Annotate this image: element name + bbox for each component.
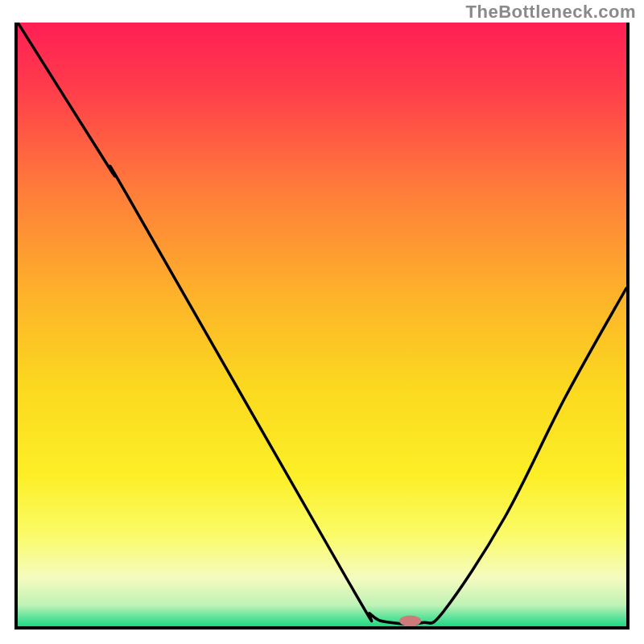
- chart-container: TheBottleneck.com: [0, 0, 644, 644]
- bottleneck-plot: [18, 23, 626, 626]
- plot-frame: [14, 23, 630, 630]
- optimal-marker: [399, 616, 421, 627]
- watermark-text: TheBottleneck.com: [466, 2, 636, 23]
